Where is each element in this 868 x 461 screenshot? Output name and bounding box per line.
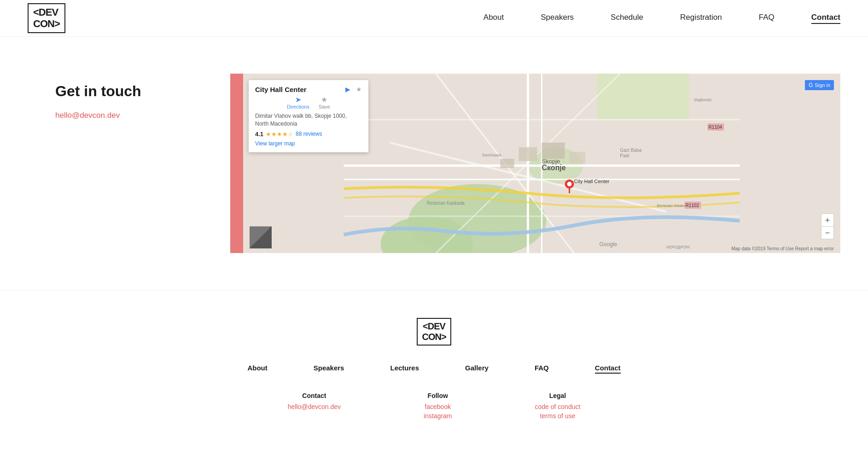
header: <DEV CON> About Speakers Schedule Regist…: [0, 0, 868, 37]
footer-conduct-link[interactable]: code of conduct: [535, 403, 581, 410]
nav-item-contact[interactable]: Contact: [811, 13, 840, 24]
popup-header: City Hall Center ▶ ★: [255, 86, 362, 93]
footer-contact-email[interactable]: hello@devcon.dev: [288, 403, 341, 410]
svg-text:R1102: R1102: [686, 203, 699, 208]
map-attribution: Map data ©2019 Terms of Use Report a map…: [731, 246, 834, 251]
left-panel: Get in touch hello@devcon.dev: [55, 74, 230, 120]
nav-item-about[interactable]: About: [484, 13, 504, 24]
svg-rect-14: [519, 147, 537, 161]
svg-text:Велково Меанче: Велково Меанче: [657, 203, 689, 208]
main-content: Get in touch hello@devcon.dev: [0, 37, 868, 290]
svg-text:АЕРОДРОМ: АЕРОДРОМ: [666, 245, 690, 249]
footer-follow-title: Follow: [424, 392, 452, 399]
svg-text:Зоолошка: Зоолошка: [482, 153, 501, 157]
map-controls: + −: [821, 213, 834, 239]
map-thumbnail[interactable]: [250, 226, 272, 248]
zoom-in-button[interactable]: +: [821, 213, 834, 226]
svg-text:Gazi Baba: Gazi Baba: [620, 148, 642, 153]
footer-nav-faq[interactable]: FAQ: [535, 364, 549, 374]
save-button[interactable]: ★ Save: [319, 95, 330, 109]
footer-legal-title: Legal: [535, 392, 581, 399]
map-red-bar: [230, 74, 243, 253]
save-icon[interactable]: ★: [356, 86, 362, 93]
footer-facebook-link[interactable]: facebook: [424, 403, 452, 410]
svg-text:Skopje: Skopje: [542, 158, 560, 165]
svg-rect-16: [570, 152, 586, 163]
footer-terms-link[interactable]: terms of use: [535, 412, 581, 420]
rating-stars: ★★★★☆: [266, 131, 293, 138]
popup-address: Dimitar Vlahov walk bb, Skopje 1000, Nor…: [255, 112, 362, 128]
footer-nav: About Speakers Lectures Gallery FAQ Cont…: [28, 364, 840, 374]
map-container: Скопје Skopje City Hall Center Restoran …: [230, 74, 840, 253]
svg-text:Google: Google: [600, 241, 618, 248]
svg-text:City Hall Center: City Hall Center: [574, 179, 610, 184]
popup-rating: 4.1 ★★★★☆ 88 reviews: [255, 131, 362, 138]
footer-nav-gallery[interactable]: Gallery: [465, 364, 489, 374]
footer-col-legal: Legal code of conduct terms of use: [535, 392, 581, 421]
directions-icon[interactable]: ▶: [345, 86, 350, 93]
footer-col-contact: Contact hello@devcon.dev: [288, 392, 341, 421]
thumbnail-image: [250, 226, 272, 248]
directions-button[interactable]: ➤ Directions: [287, 95, 309, 109]
view-larger-link[interactable]: View larger map: [255, 140, 362, 147]
svg-text:R1104: R1104: [709, 125, 722, 130]
main-nav: About Speakers Schedule Registration FAQ…: [93, 13, 840, 24]
svg-rect-17: [501, 159, 514, 168]
contact-email[interactable]: hello@devcon.dev: [55, 111, 120, 120]
footer-logo[interactable]: <DEV CON>: [417, 318, 451, 346]
google-icon: G: [809, 82, 813, 88]
footer-col-follow: Follow facebook instagram: [424, 392, 452, 421]
nav-item-faq[interactable]: FAQ: [759, 13, 775, 24]
logo[interactable]: <DEV CON>: [28, 3, 65, 33]
svg-rect-4: [597, 74, 689, 120]
footer-contact-title: Contact: [288, 392, 341, 399]
footer-columns: Contact hello@devcon.dev Follow facebook…: [28, 392, 840, 421]
zoom-out-button[interactable]: −: [821, 226, 834, 239]
footer-nav-contact[interactable]: Contact: [595, 364, 621, 374]
svg-text:Скопје: Скопје: [542, 164, 566, 172]
review-count[interactable]: 88 reviews: [296, 131, 322, 137]
footer: <DEV CON> About Speakers Lectures Galler…: [0, 290, 868, 440]
page-heading: Get in touch: [55, 83, 230, 100]
popup-title: City Hall Center: [255, 86, 307, 93]
footer-nav-lectures[interactable]: Lectures: [390, 364, 419, 374]
svg-rect-15: [542, 143, 565, 159]
footer-nav-about[interactable]: About: [247, 364, 267, 374]
footer-instagram-link[interactable]: instagram: [424, 412, 452, 420]
svg-text:Park: Park: [620, 153, 630, 158]
nav-item-registration[interactable]: Registration: [680, 13, 722, 24]
popup-icons: ▶ ★: [345, 86, 362, 93]
svg-text:Stajkovtsi: Stajkovtsi: [694, 98, 712, 102]
rating-number: 4.1: [255, 131, 263, 138]
svg-point-19: [567, 182, 572, 186]
nav-item-speakers[interactable]: Speakers: [541, 13, 574, 24]
svg-text:Restoran Kaskada: Restoran Kaskada: [427, 201, 465, 206]
map-signin-button[interactable]: G Sign in: [805, 80, 834, 90]
map-popup: City Hall Center ▶ ★ ➤ Directions ★ Save…: [249, 80, 368, 152]
nav-item-schedule[interactable]: Schedule: [611, 13, 643, 24]
footer-nav-speakers[interactable]: Speakers: [314, 364, 344, 374]
